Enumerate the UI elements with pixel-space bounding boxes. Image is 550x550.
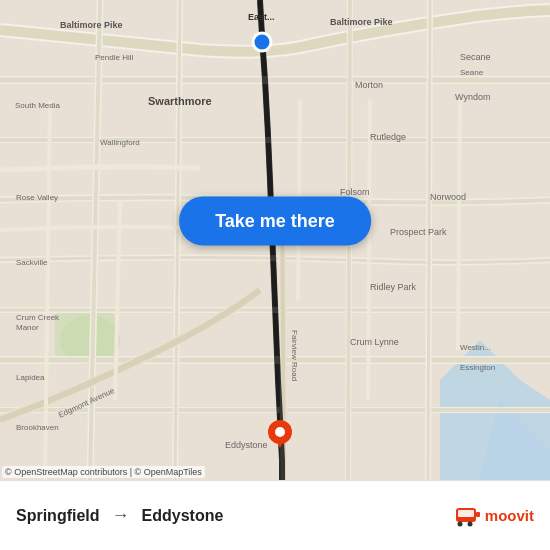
svg-text:Eddystone: Eddystone: [225, 440, 268, 450]
map-container: Baltimore Pike Baltimore Pike Swarthmore…: [0, 0, 550, 480]
svg-text:Norwood: Norwood: [430, 192, 466, 202]
svg-text:Fairview Road: Fairview Road: [290, 330, 299, 381]
svg-text:Swarthmore: Swarthmore: [148, 95, 212, 107]
route-arrow-icon: →: [112, 505, 130, 526]
moovit-text: moovit: [485, 507, 534, 524]
svg-text:South Media: South Media: [15, 101, 60, 110]
svg-text:Prospect Park: Prospect Park: [390, 227, 447, 237]
svg-point-37: [457, 521, 462, 526]
svg-point-33: [275, 427, 285, 437]
svg-text:Rose Valley: Rose Valley: [16, 193, 58, 202]
svg-text:Essington: Essington: [460, 363, 495, 372]
svg-text:Crum Lynne: Crum Lynne: [350, 337, 399, 347]
svg-text:Westin...: Westin...: [460, 343, 491, 352]
svg-rect-2: [55, 310, 115, 360]
svg-text:Seane: Seane: [460, 68, 484, 77]
bottom-bar: Springfield → Eddystone moovit: [0, 480, 550, 550]
svg-text:Crum Creek: Crum Creek: [16, 313, 60, 322]
svg-text:Ridley Park: Ridley Park: [370, 282, 417, 292]
svg-text:Brookhaven: Brookhaven: [16, 423, 59, 432]
route-to-label: Eddystone: [142, 507, 224, 525]
svg-text:Manor: Manor: [16, 323, 39, 332]
svg-text:Sackville: Sackville: [16, 258, 48, 267]
svg-point-38: [467, 521, 472, 526]
svg-text:Pendle Hill: Pendle Hill: [95, 53, 133, 62]
take-me-there-button[interactable]: Take me there: [179, 196, 371, 245]
svg-rect-39: [476, 512, 480, 517]
svg-text:Wyndom: Wyndom: [455, 92, 490, 102]
svg-text:Morton: Morton: [355, 80, 383, 90]
svg-text:Baltimore Pike: Baltimore Pike: [330, 17, 393, 27]
svg-text:Wallingford: Wallingford: [100, 138, 140, 147]
map-attribution: © OpenStreetMap contributors | © OpenMap…: [2, 466, 205, 478]
moovit-icon: [454, 502, 482, 530]
svg-text:Secane: Secane: [460, 52, 491, 62]
svg-point-30: [253, 33, 271, 51]
svg-text:Baltimore Pike: Baltimore Pike: [60, 20, 123, 30]
svg-rect-36: [458, 510, 474, 517]
moovit-logo: moovit: [454, 502, 534, 530]
svg-text:Rutledge: Rutledge: [370, 132, 406, 142]
svg-text:Lapidea: Lapidea: [16, 373, 45, 382]
route-from-label: Springfield: [16, 507, 100, 525]
svg-text:East...: East...: [248, 12, 275, 22]
